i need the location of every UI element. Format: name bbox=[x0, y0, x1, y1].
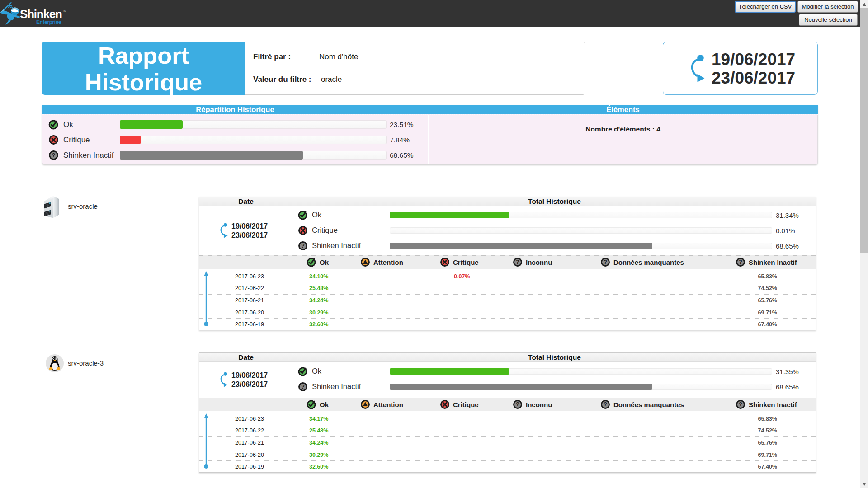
svg-text:?: ? bbox=[52, 152, 56, 159]
svg-text:?: ? bbox=[516, 259, 519, 265]
svg-text:?: ? bbox=[516, 401, 519, 408]
svg-text:TM: TM bbox=[62, 9, 66, 12]
svg-text:?: ? bbox=[739, 401, 742, 408]
svg-text:Enterprise: Enterprise bbox=[36, 19, 61, 25]
svg-text:?: ? bbox=[301, 384, 305, 390]
svg-text:?: ? bbox=[604, 259, 607, 265]
svg-text:?: ? bbox=[604, 401, 607, 408]
svg-text:?: ? bbox=[739, 259, 742, 265]
svg-text:?: ? bbox=[301, 243, 305, 249]
